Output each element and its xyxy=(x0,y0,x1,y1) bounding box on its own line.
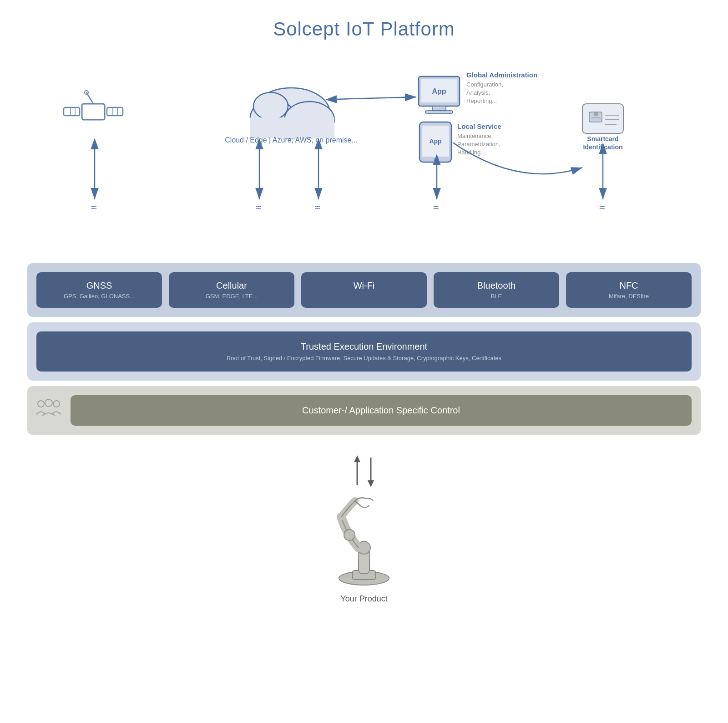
bottom-section: Your Product xyxy=(318,453,410,604)
nfc-title: NFC xyxy=(575,280,682,291)
svg-rect-25 xyxy=(422,126,449,157)
svg-point-57 xyxy=(53,401,60,407)
wifi-card: Wi-Fi xyxy=(301,272,427,308)
svg-rect-15 xyxy=(419,76,460,106)
svg-text:≈: ≈ xyxy=(433,202,439,213)
tee-title: Trusted Execution Environment xyxy=(50,341,678,352)
svg-text:≈: ≈ xyxy=(256,202,261,213)
svg-rect-1 xyxy=(64,107,80,116)
gnss-title: GNSS xyxy=(46,280,153,291)
svg-text:Cloud / Edge  |  Azure, AWS, o: Cloud / Edge | Azure, AWS, on premise... xyxy=(225,136,358,144)
customer-box: Customer-/ Application Specific Control xyxy=(71,395,692,426)
svg-point-4 xyxy=(85,91,88,94)
svg-text:Handling...: Handling... xyxy=(457,149,485,156)
users-icon xyxy=(36,398,61,423)
bluetooth-title: Bluetooth xyxy=(443,280,550,291)
svg-text:Identification: Identification xyxy=(583,143,622,151)
connectivity-layer: GNSS GPS, Galileo, GLONASS... Cellular G… xyxy=(27,263,701,317)
svg-text:Reporting...: Reporting... xyxy=(466,97,497,104)
bluetooth-sub: BLE xyxy=(443,293,550,300)
cellular-sub: GSM, EDGE, LTE... xyxy=(178,293,285,300)
svg-marker-61 xyxy=(354,455,360,462)
svg-point-11 xyxy=(284,102,334,138)
svg-rect-13 xyxy=(250,117,334,138)
gnss-sub: GPS, Galileo, GLONASS... xyxy=(46,293,153,300)
svg-point-37 xyxy=(594,112,598,116)
svg-text:Local Service: Local Service xyxy=(457,122,501,130)
svg-rect-16 xyxy=(421,79,457,102)
svg-text:App: App xyxy=(429,137,441,145)
svg-point-55 xyxy=(38,401,44,407)
svg-point-56 xyxy=(45,399,52,407)
svg-line-40 xyxy=(337,97,416,99)
wifi-title: Wi-Fi xyxy=(310,280,418,291)
svg-point-26 xyxy=(434,158,437,162)
svg-text:≈: ≈ xyxy=(599,202,605,213)
svg-rect-24 xyxy=(420,122,451,162)
tee-box: Trusted Execution Environment Root of Tr… xyxy=(36,331,692,372)
bluetooth-card: Bluetooth BLE xyxy=(434,272,559,308)
svg-rect-33 xyxy=(589,112,602,122)
svg-point-10 xyxy=(250,100,296,135)
robot-arm-icon xyxy=(318,489,410,590)
your-product-label: Your Product xyxy=(340,594,387,604)
connectivity-cards: GNSS GPS, Galileo, GLONASS... Cellular G… xyxy=(36,272,692,308)
svg-point-66 xyxy=(344,530,355,540)
customer-layer: Customer-/ Application Specific Control xyxy=(27,386,701,435)
svg-text:App: App xyxy=(432,87,446,95)
svg-point-12 xyxy=(253,92,288,120)
svg-rect-18 xyxy=(425,111,453,113)
svg-text:≈: ≈ xyxy=(315,202,320,213)
svg-marker-59 xyxy=(368,480,374,487)
tee-sub: Root of Trust, Signed / Encrypted Firmwa… xyxy=(50,355,678,362)
gnss-card: GNSS GPS, Galileo, GLONASS... xyxy=(36,272,162,308)
svg-text:Smartcard: Smartcard xyxy=(587,135,618,143)
top-diagram: Cloud / Edge | Azure, AWS, on premise...… xyxy=(27,58,701,263)
svg-text:Parametrization,: Parametrization, xyxy=(457,141,500,148)
nfc-card: NFC Mifare, DESfire xyxy=(566,272,692,308)
nfc-sub: Mifare, DESfire xyxy=(575,293,682,300)
cellular-card: Cellular GSM, EDGE, LTE... xyxy=(169,272,294,308)
svg-text:Maintenance,: Maintenance, xyxy=(457,132,493,139)
svg-rect-32 xyxy=(582,104,623,133)
page-title: Solcept IoT Platform xyxy=(273,18,455,40)
svg-text:Analysis,: Analysis, xyxy=(466,89,490,96)
svg-rect-0 xyxy=(82,104,105,120)
svg-text:Configuration,: Configuration, xyxy=(466,81,503,88)
svg-text:Global Administration: Global Administration xyxy=(466,71,537,79)
arrows-icon xyxy=(346,453,382,489)
svg-rect-2 xyxy=(107,107,123,116)
cellular-title: Cellular xyxy=(178,280,285,291)
svg-point-9 xyxy=(253,88,330,138)
tee-layer: Trusted Execution Environment Root of Tr… xyxy=(27,322,701,381)
svg-rect-17 xyxy=(432,106,446,111)
svg-line-3 xyxy=(86,92,93,104)
svg-text:≈: ≈ xyxy=(91,202,96,213)
